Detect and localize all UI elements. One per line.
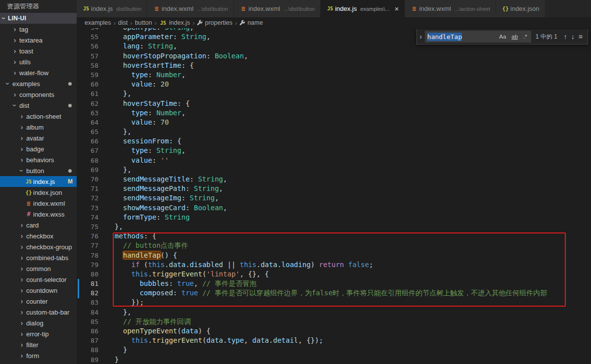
tree-item-toast[interactable]: ›toast xyxy=(0,46,77,56)
tree-item-index.wxss[interactable]: #index.wxss xyxy=(0,209,77,220)
breadcrumb-item-dist[interactable]: dist xyxy=(118,19,128,26)
code-line[interactable]: 73 showMessageCard: Boolean, xyxy=(77,203,591,213)
tree-item-card[interactable]: ›card xyxy=(0,220,77,230)
code-line[interactable]: 83 }); xyxy=(77,298,591,307)
breadcrumb-item-button[interactable]: button xyxy=(135,19,152,26)
chevron-right-icon[interactable]: › xyxy=(18,341,26,348)
code-line[interactable]: 87 this.triggerEvent(data.type, data.det… xyxy=(77,336,591,345)
tree-item-avatar[interactable]: ›avatar xyxy=(0,133,77,143)
code-line[interactable]: 61 }, xyxy=(77,89,591,98)
tree-item-examples[interactable]: ›examples xyxy=(0,78,77,89)
tree-item-textarea[interactable]: ›textarea xyxy=(0,35,77,46)
project-root-header[interactable]: › LIN-UI xyxy=(0,13,77,24)
code-line[interactable]: 80 this.triggerEvent('lintap', {}, { xyxy=(77,270,591,279)
code-line[interactable]: 57 hoverStopPropagation: Boolean, xyxy=(77,51,591,61)
code-line[interactable]: 58 hoverStartTime: { xyxy=(77,61,591,70)
chevron-right-icon[interactable]: › xyxy=(18,243,26,250)
chevron-right-icon[interactable]: › xyxy=(18,145,26,152)
tree-item-index.json[interactable]: {}index.json xyxy=(0,187,77,198)
chevron-right-icon[interactable]: › xyxy=(18,265,26,272)
find-in-selection-button[interactable]: ≡ xyxy=(579,33,583,41)
code-line[interactable]: 88 } xyxy=(77,345,591,355)
tree-item-checkbox[interactable]: ›checkbox xyxy=(0,230,77,241)
tab-index.js[interactable]: JSindex.jsdist\button xyxy=(77,0,147,17)
tree-item-countdown[interactable]: ›countdown xyxy=(0,285,77,296)
find-input[interactable]: handleTap Aa ab .* xyxy=(425,31,531,43)
match-case-icon[interactable]: Aa xyxy=(498,33,507,40)
chevron-right-icon[interactable]: › xyxy=(11,37,19,44)
tree-item-common[interactable]: ›common xyxy=(0,263,77,274)
code-line[interactable]: 77 // button点击事件 xyxy=(77,241,591,250)
code-line[interactable]: 64 value: 70 xyxy=(77,118,591,127)
code-line[interactable]: 70 sendMessageTitle: String, xyxy=(77,175,591,184)
chevron-right-icon[interactable]: › xyxy=(18,254,26,261)
tab-index.wxml[interactable]: ≡index.wxml...\dist\button xyxy=(147,0,234,17)
chevron-right-icon[interactable]: › xyxy=(18,232,26,239)
code-line[interactable]: 65 }, xyxy=(77,127,591,136)
tree-item-combined-tabs[interactable]: ›combined-tabs xyxy=(0,252,77,263)
tree-item-tag[interactable]: ›tag xyxy=(0,24,77,35)
whole-word-icon[interactable]: ab xyxy=(510,33,519,40)
code-line[interactable]: 74 formType: String xyxy=(77,213,591,222)
chevron-right-icon[interactable]: › xyxy=(11,58,19,65)
code-line[interactable]: 71 sendMessagePath: String, xyxy=(77,184,591,193)
code-line[interactable]: 60 value: 20 xyxy=(77,80,591,89)
code-line[interactable]: 75 }, xyxy=(77,222,591,231)
tree-item-action-sheet[interactable]: ›action-sheet xyxy=(0,111,77,122)
chevron-right-icon[interactable]: › xyxy=(18,298,26,305)
code-line[interactable]: 63 type: Number, xyxy=(77,108,591,118)
code-line[interactable]: 84 }, xyxy=(77,308,591,317)
tree-item-dialog[interactable]: ›dialog xyxy=(0,318,77,328)
chevron-right-icon[interactable]: › xyxy=(18,319,26,326)
code-line[interactable]: 76 methods: { xyxy=(77,231,591,241)
code-line[interactable]: 62 hoverStayTime: { xyxy=(77,99,591,108)
toggle-replace-chevron-icon[interactable]: › xyxy=(417,33,425,41)
code-line[interactable]: 69 }, xyxy=(77,165,591,175)
code-line[interactable]: 59 type: Number, xyxy=(77,70,591,80)
chevron-right-icon[interactable]: › xyxy=(18,124,26,131)
code-line[interactable]: 78 handleTap() { xyxy=(77,251,591,260)
chevron-right-icon[interactable]: › xyxy=(11,69,19,76)
code-line[interactable]: 89 } xyxy=(77,355,591,364)
breadcrumb-item-properties[interactable]: properties xyxy=(197,19,232,26)
chevron-down-icon[interactable]: › xyxy=(4,80,11,88)
tab-index.wxml[interactable]: ≡index.wxml...\dist\button xyxy=(234,0,320,17)
tree-item-dist[interactable]: ›dist xyxy=(0,100,77,111)
tree-item-error-tip[interactable]: ›error-tip xyxy=(0,328,77,339)
tree-item-index.js[interactable]: JSindex.jsM xyxy=(0,176,77,187)
tree-item-behaviors[interactable]: ›behaviors xyxy=(0,154,77,165)
chevron-right-icon[interactable]: › xyxy=(18,352,26,359)
chevron-right-icon[interactable]: › xyxy=(11,91,19,98)
chevron-right-icon[interactable]: › xyxy=(18,222,26,228)
previous-match-button[interactable]: ↑ xyxy=(564,33,567,41)
tree-item-badge[interactable]: ›badge xyxy=(0,143,77,154)
tree-item-components[interactable]: ›components xyxy=(0,89,77,100)
chevron-right-icon[interactable]: › xyxy=(11,47,19,54)
tab-index.wxml[interactable]: ≡index.wxml...\action-sheet xyxy=(405,0,496,17)
tab-index.json[interactable]: {}index.json xyxy=(496,0,546,17)
tree-item-filter[interactable]: ›filter xyxy=(0,339,77,350)
chevron-right-icon[interactable]: › xyxy=(18,287,26,294)
tree-item-utils[interactable]: ›utils xyxy=(0,56,77,67)
close-icon[interactable]: × xyxy=(395,5,399,12)
tree-item-album[interactable]: ›album xyxy=(0,122,77,133)
chevron-right-icon[interactable]: › xyxy=(18,309,26,316)
chevron-right-icon[interactable]: › xyxy=(18,113,26,120)
chevron-right-icon[interactable]: › xyxy=(11,26,19,33)
breadcrumb-item-examples[interactable]: examples xyxy=(85,19,111,26)
code-line[interactable]: 82 composed: true // 事件是否可以穿越组件边界，为false… xyxy=(77,288,591,298)
tree-item-form[interactable]: ›form xyxy=(0,350,77,361)
tree-item-counter[interactable]: ›counter xyxy=(0,296,77,307)
code-line[interactable]: 85 // 开放能力事件回调 xyxy=(77,317,591,326)
code-line[interactable]: 86 openTypeEvent(data) { xyxy=(77,326,591,336)
next-match-button[interactable]: ↓ xyxy=(571,33,575,41)
tree-item-checkbox-group[interactable]: ›checkbox-group xyxy=(0,241,77,252)
chevron-right-icon[interactable]: › xyxy=(18,135,26,141)
code-line[interactable]: 68 value: '' xyxy=(77,156,591,165)
regex-icon[interactable]: .* xyxy=(522,33,529,40)
chevron-down-icon[interactable]: › xyxy=(11,101,18,109)
code-line[interactable]: 79 if (this.data.disabled || this.data.l… xyxy=(77,260,591,270)
chevron-down-icon[interactable]: › xyxy=(18,167,25,175)
tab-index.js[interactable]: JSindex.jsexamples\...× xyxy=(320,0,405,17)
code-line[interactable]: 72 sendMessageImg: String, xyxy=(77,193,591,203)
